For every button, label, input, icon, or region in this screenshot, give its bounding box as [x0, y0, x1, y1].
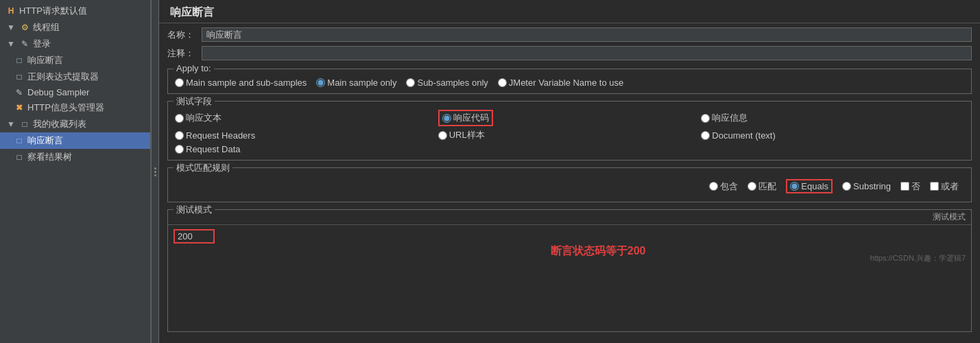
sidebar-item-label: 登录	[33, 38, 51, 50]
radio-main-only-input[interactable]	[316, 78, 325, 87]
radio-contains[interactable]: 包含	[709, 180, 738, 193]
pattern-matching-group: 模式匹配规则 包含 匹配 Equals	[167, 167, 972, 202]
assert2-icon: □	[14, 136, 25, 145]
test-fields-group: 测试字段 响应文本 响应代码	[167, 101, 972, 161]
assert-icon: □	[14, 56, 25, 65]
radio-url-sample-input[interactable]	[438, 131, 447, 140]
radio-jmeter-var-input[interactable]	[498, 78, 507, 87]
sidebar-item-regex[interactable]: □ 正则表达式提取器	[0, 69, 150, 85]
radio-equals[interactable]: Equals	[786, 179, 833, 193]
apply-row: Main sample and sub-samples Main sample …	[175, 78, 964, 88]
http-header-icon: ✖	[14, 103, 25, 113]
radio-response-code-input[interactable]	[442, 114, 451, 123]
collect-icon: □	[19, 119, 30, 129]
radio-contains-input[interactable]	[709, 182, 718, 191]
watermark: https://CSDN.兴趣：学逻辑7	[870, 253, 966, 263]
radio-match-input[interactable]	[748, 182, 756, 191]
sidebar-item-label: 察看结果树	[27, 151, 72, 163]
radio-request-headers[interactable]: Request Headers	[175, 129, 433, 141]
regex-icon: □	[14, 72, 25, 82]
sidebar-item-login[interactable]: ▼ ✎ 登录	[0, 36, 150, 52]
radio-substring[interactable]: Substring	[842, 181, 891, 191]
radio-main-sub-input[interactable]	[175, 78, 184, 87]
checkbox-or[interactable]: 或者	[930, 180, 959, 193]
checkbox-no[interactable]: 否	[900, 180, 920, 193]
radio-match[interactable]: 匹配	[748, 180, 776, 193]
radio-equals-input[interactable]	[790, 182, 799, 191]
apply-to-content: Main sample and sub-samples Main sample …	[168, 69, 971, 93]
radio-substring-input[interactable]	[842, 182, 851, 191]
radio-sub-only-label: Sub-samples only	[417, 78, 488, 88]
equals-highlight: Equals	[786, 179, 833, 193]
sidebar-item-label: 响应断言	[27, 134, 63, 147]
radio-url-sample-label: URL样本	[449, 129, 485, 141]
sidebar-item-label: HTTP信息头管理器	[27, 102, 104, 114]
panel-title: 响应断言	[159, 0, 980, 23]
sidebar-item-response-assert2[interactable]: □ 响应断言	[0, 132, 150, 149]
radio-document-text[interactable]: Document (text)	[701, 129, 959, 141]
radio-main-only-label: Main sample only	[327, 78, 396, 88]
test-mode-group: 测试模式 测试模式 断言状态码等于200 https://CSDN.兴趣：学逻辑…	[167, 209, 972, 332]
thread-icon: ⚙	[19, 23, 30, 32]
radio-response-text-input[interactable]	[175, 114, 184, 123]
radio-sub-only-input[interactable]	[406, 78, 415, 87]
radio-main-sub-label: Main sample and sub-samples	[186, 78, 307, 88]
radio-sub-only[interactable]: Sub-samples only	[406, 78, 488, 88]
sidebar-item-view-tree[interactable]: □ 察看结果树	[0, 149, 150, 165]
empty-cell2	[701, 144, 964, 154]
response-code-highlight: 响应代码	[438, 110, 493, 126]
radio-request-data-label: Request Data	[186, 144, 241, 154]
radio-url-sample[interactable]: URL样本	[438, 129, 696, 141]
radio-jmeter-var-label: JMeter Variable Name to use	[509, 78, 623, 88]
sidebar-item-thread-group[interactable]: ▼ ⚙ 线程组	[0, 19, 150, 36]
checkbox-or-input[interactable]	[930, 182, 939, 191]
sidebar-item-http-default[interactable]: H HTTP请求默认值	[0, 3, 150, 19]
test-mode-header-label: 测试模式	[933, 211, 966, 223]
drag-dot	[154, 167, 156, 169]
sidebar-item-my-collect[interactable]: ▼ □ 我的收藏列表	[0, 116, 150, 132]
radio-request-data[interactable]: Request Data	[175, 144, 433, 154]
radio-main-only[interactable]: Main sample only	[316, 78, 396, 88]
test-mode-title: 测试模式	[174, 204, 215, 216]
comment-row: 注释：	[167, 46, 972, 60]
test-mode-content: 断言状态码等于200 https://CSDN.兴趣：学逻辑7	[168, 225, 971, 266]
radio-match-label: 匹配	[758, 180, 776, 193]
radio-response-info[interactable]: 响应信息	[701, 110, 959, 126]
view-icon: □	[14, 152, 25, 162]
empty-cell	[438, 144, 702, 154]
resize-handle[interactable]	[151, 0, 159, 343]
radio-request-headers-input[interactable]	[175, 131, 184, 140]
test-fields-title: 测试字段	[174, 95, 215, 108]
sidebar: H HTTP请求默认值 ▼ ⚙ 线程组 ▼ ✎ 登录 □ 响应断言 □ 正则表达…	[0, 0, 151, 343]
checkbox-no-label: 否	[911, 180, 920, 193]
sidebar-item-debug[interactable]: ✎ Debug Sampler	[0, 85, 150, 99]
radio-document-text-input[interactable]	[701, 131, 710, 140]
radio-response-text[interactable]: 响应文本	[175, 110, 433, 126]
pattern-row: 包含 匹配 Equals Substring	[175, 176, 964, 196]
arrow-icon: ▼	[5, 39, 16, 49]
radio-document-text-label: Document (text)	[712, 130, 775, 141]
test-fields-content: 响应文本 响应代码 响应信息 Req	[168, 102, 971, 160]
annotation-text: 断言状态码等于200	[551, 244, 646, 259]
radio-main-sub[interactable]: Main sample and sub-samples	[175, 78, 307, 88]
main-panel: 响应断言 名称： 注释： Apply to: Main sample and s…	[159, 0, 980, 343]
radio-request-data-input[interactable]	[175, 145, 184, 154]
sidebar-item-http-header[interactable]: ✖ HTTP信息头管理器	[0, 99, 150, 116]
radio-jmeter-var[interactable]: JMeter Variable Name to use	[498, 78, 623, 88]
radio-request-headers-label: Request Headers	[186, 130, 255, 141]
debug-icon: ✎	[14, 88, 25, 97]
pattern-matching-title: 模式匹配规则	[174, 162, 232, 174]
arrow-icon: ▼	[5, 23, 16, 32]
sidebar-item-response-assert[interactable]: □ 响应断言	[0, 52, 150, 69]
sidebar-item-label: Debug Sampler	[27, 87, 89, 97]
name-input[interactable]	[202, 27, 972, 42]
radio-response-info-input[interactable]	[701, 114, 710, 123]
radio-response-code-label: 响应代码	[453, 112, 489, 124]
drag-dot	[154, 174, 156, 176]
name-row: 名称：	[167, 27, 972, 42]
radio-response-code[interactable]: 响应代码	[438, 110, 696, 126]
comment-input[interactable]	[202, 46, 972, 60]
radio-equals-label: Equals	[801, 181, 828, 191]
test-mode-input[interactable]	[174, 229, 215, 244]
checkbox-no-input[interactable]	[900, 182, 909, 191]
